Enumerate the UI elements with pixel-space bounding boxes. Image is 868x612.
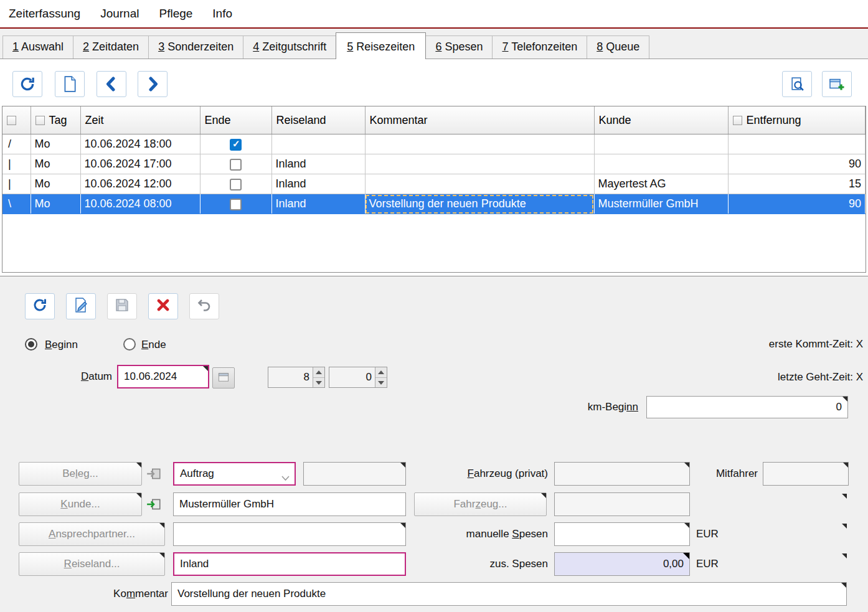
edit-button[interactable] bbox=[66, 293, 96, 319]
ende-checkbox[interactable] bbox=[230, 139, 242, 151]
reiseland-button[interactable]: Reiseland... bbox=[19, 552, 165, 576]
beginn-radio-label[interactable]: Beginn bbox=[45, 339, 78, 351]
cell-kunde[interactable] bbox=[594, 134, 728, 154]
col-header-indicator[interactable] bbox=[2, 106, 31, 134]
tab-sonderzeiten[interactable]: 3 Sonderzeiten bbox=[148, 35, 243, 59]
cell-kunde[interactable] bbox=[594, 154, 728, 174]
cell-indicator[interactable]: / bbox=[2, 134, 31, 154]
table-row[interactable]: | Mo 10.06.2024 12:00 Inland Mayertest A… bbox=[2, 174, 866, 194]
tab-spesen[interactable]: 6 Spesen bbox=[425, 35, 493, 59]
cell-ende[interactable] bbox=[200, 134, 271, 154]
cell-zeit[interactable]: 10.06.2024 12:00 bbox=[80, 174, 200, 194]
menu-info[interactable]: Info bbox=[211, 6, 234, 22]
cell-entfernung[interactable] bbox=[728, 134, 866, 154]
stepper-down-icon[interactable] bbox=[375, 378, 387, 388]
col-header-zeit[interactable]: Zeit bbox=[80, 106, 200, 134]
ansprechpartner-button[interactable]: Ansprechpartner... bbox=[19, 522, 165, 546]
save-button[interactable] bbox=[107, 293, 137, 319]
kunde-button[interactable]: Kunde... bbox=[19, 492, 142, 516]
beleg-button[interactable]: Beleg... bbox=[19, 462, 142, 486]
kunde-transfer-icon[interactable] bbox=[145, 496, 163, 513]
cell-tag[interactable]: Mo bbox=[31, 134, 80, 154]
fahrzeug-button[interactable]: Fahrzeug... bbox=[414, 492, 547, 516]
tab-telefonzeiten[interactable]: 7 Telefonzeiten bbox=[492, 35, 587, 59]
cell-zeit[interactable]: 10.06.2024 18:00 bbox=[80, 134, 200, 154]
col-header-reiseland[interactable]: Reiseland bbox=[271, 106, 365, 134]
zus-spesen-field[interactable]: 0,00 bbox=[554, 552, 690, 576]
datum-field[interactable]: 10.06.2024 bbox=[117, 365, 209, 388]
stepper-down-icon[interactable] bbox=[313, 378, 324, 388]
cell-indicator[interactable]: \ bbox=[2, 194, 31, 214]
menu-journal[interactable]: Journal bbox=[99, 6, 140, 22]
menu-pflege[interactable]: Pflege bbox=[158, 6, 194, 22]
table-row[interactable]: | Mo 10.06.2024 17:00 Inland 90 bbox=[2, 154, 866, 174]
ende-checkbox[interactable] bbox=[230, 159, 242, 171]
cell-reiseland[interactable]: Inland bbox=[271, 174, 365, 194]
menu-zeiterfassung[interactable]: Zeiterfassung bbox=[7, 6, 82, 22]
filter-checkbox-icon[interactable] bbox=[733, 116, 742, 125]
cell-entfernung[interactable]: 15 bbox=[728, 174, 866, 194]
beginn-radio[interactable] bbox=[25, 338, 37, 351]
new-record-button[interactable] bbox=[55, 71, 85, 97]
cell-ende[interactable] bbox=[200, 174, 271, 194]
cell-kommentar[interactable] bbox=[365, 134, 594, 154]
col-header-kommentar[interactable]: Kommentar bbox=[365, 106, 594, 134]
tab-queue[interactable]: 8 Queue bbox=[587, 35, 649, 59]
reiseland-field[interactable]: Inland bbox=[173, 552, 406, 576]
cell-kunde[interactable]: Mustermüller GmbH bbox=[594, 194, 728, 214]
add-window-button[interactable] bbox=[822, 71, 852, 97]
calendar-button[interactable] bbox=[212, 367, 235, 388]
cell-kommentar[interactable] bbox=[365, 154, 594, 174]
filter-checkbox-icon[interactable] bbox=[7, 116, 16, 125]
ansprechpartner-field[interactable] bbox=[173, 522, 406, 546]
tab-auswahl[interactable]: 1 Auswahl bbox=[2, 35, 73, 59]
km-beginn-field[interactable]: 0 bbox=[646, 396, 848, 418]
cell-entfernung[interactable]: 90 bbox=[728, 154, 866, 174]
undo-button[interactable] bbox=[189, 293, 219, 319]
manuelle-spesen-field[interactable] bbox=[554, 522, 690, 546]
mitfahrer-field[interactable] bbox=[763, 462, 849, 486]
stepper-up-icon[interactable] bbox=[313, 367, 324, 378]
kunde-field[interactable]: Mustermüller GmbH bbox=[173, 492, 406, 516]
tab-zeitgutschrift[interactable]: 4 Zeitgutschrift bbox=[243, 35, 336, 59]
tab-reisezeiten[interactable]: 5 Reisezeiten bbox=[336, 32, 426, 59]
cell-entfernung[interactable]: 90 bbox=[728, 194, 866, 214]
cell-zeit[interactable]: 10.06.2024 17:00 bbox=[80, 154, 200, 174]
cell-ende[interactable] bbox=[200, 154, 271, 174]
cell-kommentar[interactable] bbox=[365, 174, 594, 194]
cell-reiseland[interactable] bbox=[271, 134, 365, 154]
col-header-tag[interactable]: Tag bbox=[31, 106, 80, 134]
delete-button[interactable] bbox=[148, 293, 178, 319]
refresh-button[interactable] bbox=[12, 71, 42, 97]
cell-tag[interactable]: Mo bbox=[31, 174, 80, 194]
chevron-down-icon[interactable] bbox=[281, 472, 290, 484]
cell-ende[interactable] bbox=[200, 194, 271, 214]
ende-checkbox[interactable] bbox=[230, 199, 242, 210]
cell-tag[interactable]: Mo bbox=[31, 154, 80, 174]
kommentar-field[interactable]: Vorstellung der neuen Produkte bbox=[171, 582, 847, 606]
cell-reiseland[interactable]: Inland bbox=[271, 194, 365, 214]
col-header-ende[interactable]: Ende bbox=[200, 106, 271, 134]
fahrzeug-field[interactable] bbox=[554, 492, 690, 516]
ende-radio[interactable] bbox=[123, 338, 136, 351]
previous-record-button[interactable] bbox=[97, 71, 126, 97]
stepper-up-icon[interactable] bbox=[375, 367, 387, 378]
cell-reiseland[interactable]: Inland bbox=[271, 154, 365, 174]
minutes-stepper[interactable]: 0 bbox=[329, 367, 387, 388]
detail-refresh-button[interactable] bbox=[25, 293, 55, 319]
cell-indicator[interactable]: | bbox=[2, 154, 31, 174]
cell-tag[interactable]: Mo bbox=[31, 194, 80, 214]
ende-radio-label[interactable]: Ende bbox=[141, 339, 166, 351]
cell-zeit[interactable]: 10.06.2024 08:00 bbox=[80, 194, 200, 214]
tab-zeitdaten[interactable]: 2 Zeitdaten bbox=[73, 35, 149, 59]
cell-kunde[interactable]: Mayertest AG bbox=[594, 174, 728, 194]
col-header-kunde[interactable]: Kunde bbox=[594, 106, 728, 134]
cell-indicator[interactable]: | bbox=[2, 174, 31, 194]
cell-kommentar[interactable]: Vorstellung der neuen Produkte bbox=[365, 194, 594, 214]
col-header-entfernung[interactable]: Entfernung bbox=[728, 106, 866, 134]
ende-checkbox[interactable] bbox=[230, 179, 242, 191]
next-record-button[interactable] bbox=[138, 71, 167, 97]
hours-stepper[interactable]: 8 bbox=[268, 367, 325, 388]
beleg-transfer-icon[interactable] bbox=[145, 465, 163, 483]
auftrag-combobox[interactable]: Auftrag bbox=[173, 462, 296, 486]
